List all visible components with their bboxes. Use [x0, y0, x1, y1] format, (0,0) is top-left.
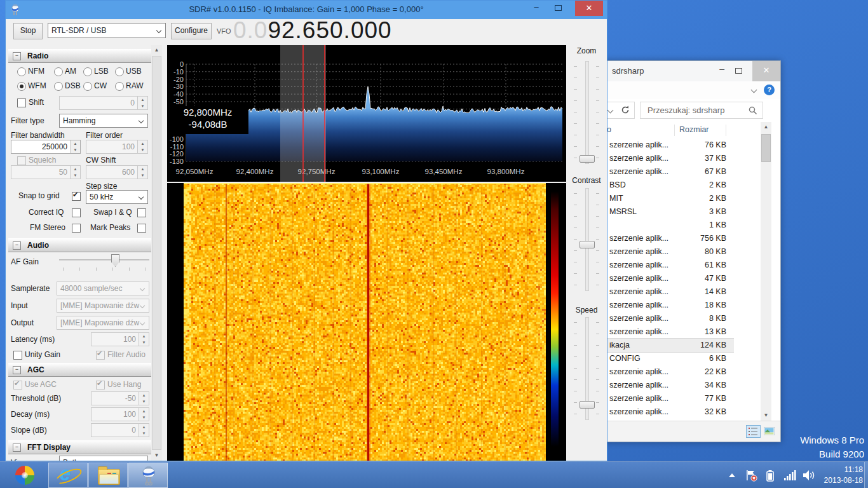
section-radio[interactable]: − Radio	[8, 49, 153, 63]
file-row[interactable]: szerzenie aplik...61 KB	[598, 259, 734, 272]
taskbar-sdrsharp[interactable]	[128, 463, 168, 488]
swap-iq-checkbox[interactable]	[137, 208, 146, 217]
file-row[interactable]: szerzenie aplik...80 KB	[598, 245, 734, 259]
scrollbar-thumb[interactable]	[761, 134, 771, 162]
file-row[interactable]: szerzenie aplik...67 KB	[598, 165, 734, 179]
speaker-icon[interactable]	[803, 470, 815, 480]
file-row[interactable]: szerzenie aplik...34 KB	[598, 379, 734, 392]
scroll-down-icon[interactable]: ▼	[761, 410, 771, 421]
section-fft-display[interactable]: − FFT Display	[8, 440, 153, 454]
ribbon-expand-chevron-icon[interactable]	[751, 87, 757, 93]
file-row[interactable]: szerzenie aplik...13 KB	[598, 325, 734, 339]
radio-mode-lsb[interactable]	[83, 67, 92, 76]
fm-stereo-checkbox[interactable]	[72, 224, 81, 233]
af-gain-slider-thumb[interactable]	[111, 254, 119, 267]
file-row[interactable]: ikacja124 KB	[598, 339, 734, 352]
maximize-button[interactable]	[548, 1, 567, 15]
view-select[interactable]: Both	[59, 456, 148, 461]
scrollbar-thumb[interactable]	[152, 56, 161, 450]
step-size-select[interactable]: 50 kHz	[86, 190, 148, 204]
taskbar-clock[interactable]: 11:18 2013-08-18	[816, 464, 863, 486]
spinner-arrows-icon[interactable]: ▲▼	[70, 140, 80, 153]
file-row[interactable]: MIT2 KB	[598, 192, 734, 205]
radio-mode-dsb[interactable]	[54, 82, 63, 91]
contrast-slider-thumb[interactable]	[580, 241, 595, 248]
frequency-dim-digits[interactable]: 0.0	[233, 17, 268, 43]
radio-mode-usb[interactable]	[115, 67, 124, 76]
column-separator[interactable]	[674, 125, 675, 136]
scroll-up-icon[interactable]: ▲	[151, 45, 162, 55]
taskbar-internet-explorer[interactable]: e	[48, 463, 88, 488]
file-row[interactable]: szerzenie aplik...756 KB	[598, 232, 734, 245]
explorer-close-button[interactable]: ✕	[752, 61, 780, 81]
panel-scrollbar[interactable]: ▲ ▼	[151, 45, 162, 461]
filter-bandwidth-spinner[interactable]: 250000 ▲▼	[11, 140, 81, 154]
frequency-display[interactable]: 0.092.650.000	[233, 17, 392, 44]
close-button[interactable]: ✕	[575, 1, 603, 16]
collapse-icon[interactable]: −	[13, 52, 21, 60]
explorer-minimize-button[interactable]: –	[719, 64, 724, 74]
column-header-size[interactable]: Rozmiar	[679, 125, 709, 134]
minimize-button[interactable]: –	[527, 1, 546, 15]
show-desktop-button[interactable]	[864, 462, 868, 488]
waterfall-canvas[interactable]	[184, 183, 546, 461]
speed-slider-thumb[interactable]	[580, 401, 595, 409]
file-row[interactable]: szerzenie aplik...8 KB	[598, 312, 734, 325]
radio-mode-wfm[interactable]	[17, 82, 26, 91]
shift-checkbox[interactable]	[17, 98, 26, 107]
file-row[interactable]: szerzenie aplik...32 KB	[598, 405, 734, 419]
radio-mode-nfm[interactable]	[17, 67, 26, 76]
details-view-button[interactable]	[746, 425, 761, 438]
file-row[interactable]: szerzenie aplik...37 KB	[598, 152, 734, 165]
file-row[interactable]: 1 KB	[598, 219, 734, 232]
tray-expand-chevron-icon[interactable]	[728, 473, 736, 478]
battery-icon[interactable]	[766, 470, 774, 482]
thumbnail-view-button[interactable]	[763, 425, 777, 438]
zoom-slider-track[interactable]	[585, 61, 589, 164]
refresh-icon[interactable]	[620, 105, 630, 115]
section-agc[interactable]: − AGC	[8, 363, 153, 377]
af-gain-slider[interactable]	[59, 259, 149, 261]
unity-gain-checkbox[interactable]	[13, 351, 22, 360]
waterfall-display[interactable]	[167, 183, 566, 461]
file-row[interactable]: CONFIG6 KB	[598, 352, 734, 365]
correct-iq-checkbox[interactable]	[72, 208, 81, 217]
section-audio[interactable]: − Audio	[8, 238, 153, 252]
file-row[interactable]: BSD2 KB	[598, 179, 734, 192]
file-row[interactable]: szerzenie aplik...22 KB	[598, 365, 734, 379]
scroll-down-icon[interactable]: ▼	[151, 451, 162, 461]
collapse-icon[interactable]: −	[13, 444, 21, 452]
contrast-slider-track[interactable]	[585, 188, 589, 291]
explorer-maximize-button[interactable]	[735, 68, 742, 74]
radio-mode-raw[interactable]	[115, 82, 124, 91]
action-center-flag-icon[interactable]	[746, 470, 757, 482]
file-row[interactable]: szerzenie aplik...76 KB	[598, 139, 734, 152]
configure-button[interactable]: Configure	[171, 23, 212, 39]
device-select[interactable]: RTL-SDR / USB	[48, 23, 166, 38]
sdrsharp-titlebar[interactable]: SDR# v1.0.0.1150 - IQ Imbalance: Gain = …	[6, 1, 607, 19]
taskbar-file-explorer[interactable]	[88, 463, 128, 488]
file-row[interactable]: MSRSL3 KB	[598, 205, 734, 219]
explorer-titlebar[interactable]: sdrsharp – ✕	[598, 61, 780, 81]
column-header-partial[interactable]: o	[607, 125, 611, 134]
collapse-icon[interactable]: −	[13, 241, 21, 250]
mark-peaks-checkbox[interactable]	[137, 224, 146, 233]
radio-mode-am[interactable]	[54, 67, 63, 76]
help-icon[interactable]: ?	[764, 85, 775, 95]
snap-to-grid-checkbox[interactable]	[72, 192, 81, 201]
frequency-main-digits[interactable]: 92.650.000	[268, 17, 391, 43]
search-input[interactable]: Przeszukaj: sdrsharp	[640, 102, 763, 119]
file-row[interactable]: szerzenie aplik...14 KB	[598, 285, 734, 299]
file-row[interactable]: szerzenie aplik...77 KB	[598, 392, 734, 405]
scroll-up-icon[interactable]: ▲	[761, 122, 771, 132]
network-signal-icon[interactable]	[784, 470, 797, 480]
file-row[interactable]: szerzenie aplik...47 KB	[598, 272, 734, 285]
file-row[interactable]: szerzenie aplik...18 KB	[598, 299, 734, 312]
collapse-icon[interactable]: −	[13, 366, 21, 374]
column-separator[interactable]	[726, 125, 726, 136]
stop-button[interactable]: Stop	[13, 23, 43, 39]
explorer-scrollbar[interactable]: ▲ ▼	[761, 122, 771, 421]
zoom-slider-thumb[interactable]	[580, 155, 595, 163]
filter-type-select[interactable]: Hamming	[59, 114, 148, 128]
colorful-orb-icon[interactable]	[15, 466, 34, 485]
